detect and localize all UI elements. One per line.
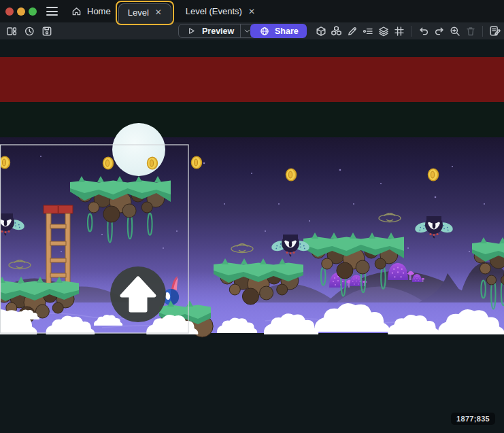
titlebar: Home Level ✕ Level (Events) ✕ [0, 0, 504, 22]
close-tab-icon[interactable]: ✕ [154, 7, 163, 17]
scene-editor-canvas[interactable]: 1877;835 [0, 39, 504, 433]
edit-pencil-icon[interactable] [346, 25, 358, 37]
panels-icon[interactable] [5, 25, 17, 37]
close-tab-icon[interactable]: ✕ [247, 7, 256, 16]
save-icon[interactable] [41, 25, 52, 37]
window-controls [0, 7, 37, 16]
coin-instance[interactable] [148, 157, 158, 169]
object-groups-icon[interactable] [331, 25, 342, 37]
preview-button-label: Preview [202, 27, 234, 36]
toolbar-right-group [315, 25, 501, 37]
gdevelop-window: Home Level ✕ Level (Events) ✕ [0, 0, 504, 433]
minimize-window-button[interactable] [17, 7, 25, 16]
trash-icon[interactable] [465, 25, 476, 37]
history-icon[interactable] [23, 25, 35, 37]
coin-instance[interactable] [429, 169, 439, 181]
tab-home-label: Home [87, 6, 111, 16]
coin-instance[interactable] [103, 157, 114, 169]
globe-icon [258, 25, 270, 37]
objects-cube-icon[interactable] [315, 25, 326, 37]
share-button[interactable]: Share [250, 24, 307, 38]
jump-button-overlay[interactable] [110, 266, 166, 322]
undo-icon[interactable] [418, 25, 429, 37]
background-band-red-top[interactable] [0, 57, 504, 102]
coin-instance[interactable] [192, 156, 202, 169]
preview-button-group: Preview [178, 24, 254, 38]
zoom-window-button[interactable] [29, 7, 37, 16]
coin-instance[interactable] [0, 156, 10, 169]
background-band-dark[interactable] [0, 102, 504, 137]
zoom-in-icon[interactable] [449, 25, 460, 37]
tab-level-events[interactable]: Level (Events) ✕ [182, 3, 261, 19]
tab-level-events-label: Level (Events) [186, 6, 242, 16]
redo-icon[interactable] [433, 25, 445, 37]
moon[interactable] [112, 123, 165, 176]
toolbar-separator [482, 26, 483, 37]
layers-icon[interactable] [377, 25, 389, 37]
share-button-label: Share [275, 27, 299, 36]
toolbar-left-group [5, 25, 52, 37]
tab-level-label: Level [128, 7, 149, 18]
coin-instance[interactable] [286, 169, 297, 181]
toolbar: Preview Share [0, 22, 504, 39]
play-icon [186, 25, 197, 37]
instances-list-icon[interactable] [362, 25, 373, 37]
scene-svg[interactable] [0, 39, 504, 433]
toolbar-separator [411, 26, 411, 37]
close-window-button[interactable] [5, 7, 14, 16]
home-icon [71, 5, 82, 17]
tab-home[interactable]: Home [71, 5, 111, 17]
preview-button[interactable]: Preview [179, 24, 240, 37]
tab-level[interactable]: Level ✕ [118, 3, 171, 22]
cursor-coordinates-badge: 1877;835 [451, 413, 495, 425]
main-menu-icon[interactable] [44, 4, 61, 18]
scene-events-icon[interactable] [489, 25, 501, 37]
tab-highlight-box: Level ✕ [116, 1, 174, 25]
grid-icon[interactable] [393, 25, 405, 37]
